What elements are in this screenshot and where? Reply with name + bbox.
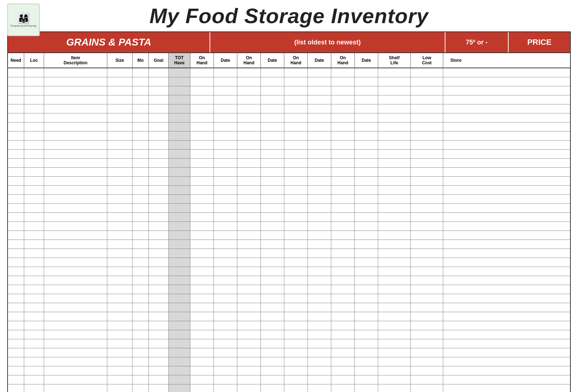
table-cell[interactable]	[411, 303, 443, 312]
table-cell[interactable]	[443, 113, 469, 122]
table-cell[interactable]	[190, 303, 214, 312]
table-cell[interactable]	[24, 312, 44, 321]
table-cell[interactable]	[411, 276, 443, 285]
table-cell[interactable]	[284, 204, 308, 212]
table-cell[interactable]	[190, 113, 214, 122]
table-cell[interactable]	[284, 68, 308, 77]
table-cell[interactable]	[169, 312, 190, 321]
table-row[interactable]	[8, 258, 570, 267]
table-cell[interactable]	[443, 213, 469, 221]
table-cell[interactable]	[107, 285, 133, 294]
table-cell[interactable]	[355, 177, 378, 185]
table-cell[interactable]	[190, 222, 214, 231]
table-cell[interactable]	[331, 267, 355, 276]
table-cell[interactable]	[378, 204, 411, 212]
table-cell[interactable]	[237, 204, 261, 212]
table-cell[interactable]	[331, 122, 355, 131]
table-cell[interactable]	[331, 276, 355, 285]
table-cell[interactable]	[378, 222, 411, 231]
table-cell[interactable]	[443, 294, 469, 303]
table-cell[interactable]	[133, 168, 149, 176]
table-cell[interactable]	[308, 86, 331, 95]
table-cell[interactable]	[411, 348, 443, 357]
table-cell[interactable]	[378, 95, 411, 104]
table-cell[interactable]	[107, 204, 133, 212]
table-cell[interactable]	[355, 357, 378, 366]
table-row[interactable]	[8, 240, 570, 249]
table-cell[interactable]	[44, 240, 107, 249]
table-cell[interactable]	[8, 384, 24, 392]
table-cell[interactable]	[331, 204, 355, 212]
table-cell[interactable]	[8, 294, 24, 303]
table-cell[interactable]	[190, 285, 214, 294]
table-cell[interactable]	[443, 141, 469, 149]
table-cell[interactable]	[24, 339, 44, 348]
table-cell[interactable]	[24, 285, 44, 294]
table-cell[interactable]	[214, 222, 237, 231]
table-cell[interactable]	[190, 240, 214, 249]
table-cell[interactable]	[378, 68, 411, 77]
table-cell[interactable]	[331, 213, 355, 221]
table-cell[interactable]	[133, 240, 149, 249]
table-cell[interactable]	[190, 168, 214, 176]
table-cell[interactable]	[378, 177, 411, 185]
table-cell[interactable]	[169, 276, 190, 285]
table-cell[interactable]	[284, 330, 308, 339]
table-cell[interactable]	[411, 240, 443, 249]
table-cell[interactable]	[169, 231, 190, 240]
table-cell[interactable]	[237, 68, 261, 77]
table-cell[interactable]	[308, 168, 331, 176]
table-cell[interactable]	[237, 168, 261, 176]
table-cell[interactable]	[308, 294, 331, 303]
table-cell[interactable]	[190, 267, 214, 276]
table-cell[interactable]	[149, 267, 169, 276]
table-cell[interactable]	[308, 312, 331, 321]
table-cell[interactable]	[378, 321, 411, 330]
table-cell[interactable]	[107, 249, 133, 258]
table-cell[interactable]	[331, 375, 355, 384]
table-cell[interactable]	[190, 357, 214, 366]
table-cell[interactable]	[24, 366, 44, 375]
table-cell[interactable]	[107, 104, 133, 113]
table-cell[interactable]	[261, 366, 284, 375]
table-cell[interactable]	[190, 104, 214, 113]
table-cell[interactable]	[44, 312, 107, 321]
table-cell[interactable]	[355, 213, 378, 221]
table-cell[interactable]	[411, 366, 443, 375]
table-cell[interactable]	[443, 267, 469, 276]
table-cell[interactable]	[24, 113, 44, 122]
table-cell[interactable]	[8, 150, 24, 158]
table-cell[interactable]	[411, 150, 443, 158]
table-cell[interactable]	[133, 222, 149, 231]
table-cell[interactable]	[443, 132, 469, 140]
table-cell[interactable]	[261, 375, 284, 384]
table-cell[interactable]	[443, 95, 469, 104]
table-cell[interactable]	[443, 204, 469, 212]
table-cell[interactable]	[107, 86, 133, 95]
table-cell[interactable]	[237, 195, 261, 203]
table-cell[interactable]	[107, 213, 133, 221]
table-cell[interactable]	[308, 204, 331, 212]
table-cell[interactable]	[149, 357, 169, 366]
table-row[interactable]	[8, 132, 570, 141]
table-cell[interactable]	[133, 213, 149, 221]
table-cell[interactable]	[214, 339, 237, 348]
table-cell[interactable]	[44, 339, 107, 348]
table-cell[interactable]	[8, 122, 24, 131]
table-cell[interactable]	[261, 68, 284, 77]
table-cell[interactable]	[237, 77, 261, 86]
table-cell[interactable]	[8, 249, 24, 258]
table-cell[interactable]	[44, 213, 107, 221]
table-cell[interactable]	[24, 276, 44, 285]
table-cell[interactable]	[411, 213, 443, 221]
table-cell[interactable]	[261, 150, 284, 158]
table-cell[interactable]	[44, 276, 107, 285]
table-cell[interactable]	[149, 195, 169, 203]
table-cell[interactable]	[331, 366, 355, 375]
table-cell[interactable]	[308, 366, 331, 375]
table-row[interactable]	[8, 321, 570, 330]
table-cell[interactable]	[284, 77, 308, 86]
table-cell[interactable]	[107, 132, 133, 140]
table-cell[interactable]	[355, 113, 378, 122]
table-cell[interactable]	[107, 195, 133, 203]
